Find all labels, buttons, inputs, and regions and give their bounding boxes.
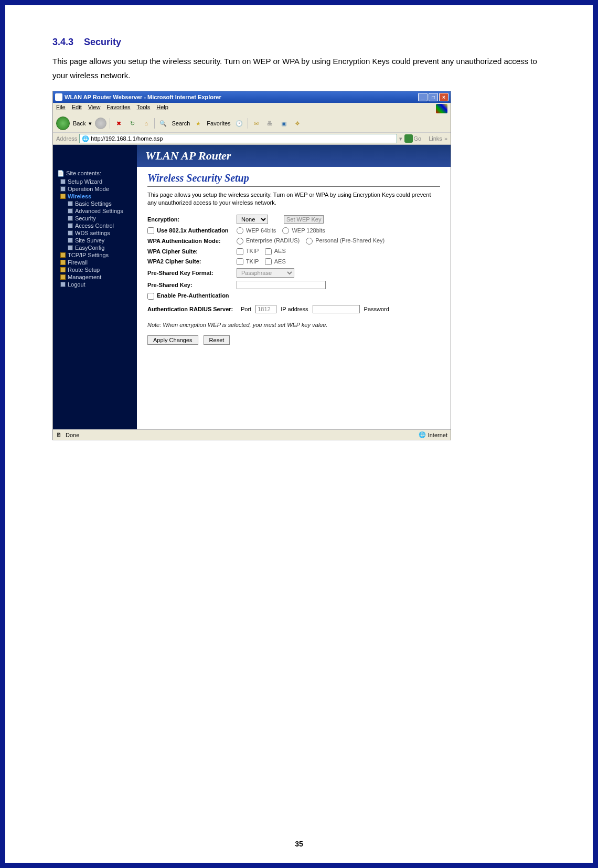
- minimize-button[interactable]: _: [418, 93, 428, 101]
- search-icon[interactable]: 🔍: [158, 118, 168, 129]
- menu-file[interactable]: File: [56, 104, 66, 113]
- radius-server-label: Authentication RADIUS Server:: [147, 306, 237, 312]
- page-icon: 🌐: [82, 135, 89, 142]
- sidebar-item-basic-settings[interactable]: Basic Settings: [55, 200, 135, 207]
- wep-note: Note: When encryption WEP is selected, y…: [147, 322, 440, 328]
- sidebar-item-operation-mode[interactable]: Operation Mode: [55, 185, 135, 193]
- personal-radio[interactable]: [306, 238, 313, 245]
- windows-logo-icon: [436, 104, 447, 113]
- favorites-label: Favorites: [207, 120, 230, 126]
- page-number: 35: [5, 840, 593, 848]
- wpa-cipher-label: WPA Cipher Suite:: [147, 248, 237, 255]
- address-label: Address: [56, 135, 77, 142]
- sidebar: 📄 Site contents: Setup Wizard Operation …: [53, 167, 137, 429]
- separator: [110, 118, 110, 129]
- sidebar-item-firewall[interactable]: Firewall: [55, 259, 135, 266]
- radius-port-label: Port: [241, 306, 251, 312]
- window-title: WLAN AP Router Webserver - Microsoft Int…: [65, 94, 417, 100]
- separator: [154, 118, 155, 129]
- status-done-text: Done: [66, 432, 79, 438]
- reset-button[interactable]: Reset: [204, 335, 230, 345]
- wpa2-aes-checkbox[interactable]: [265, 258, 272, 265]
- wep64-radio[interactable]: [237, 227, 243, 234]
- sidebar-item-easyconfig[interactable]: EasyConfig: [55, 244, 135, 251]
- wpa-auth-mode-label: WPA Authentication Mode:: [147, 238, 237, 244]
- panel-heading: Wireless Security Setup: [147, 172, 440, 187]
- forward-button[interactable]: [95, 118, 106, 129]
- router-header: WLAN AP Router: [137, 145, 451, 167]
- main-panel: Wireless Security Setup This page allows…: [137, 167, 451, 429]
- links-label[interactable]: Links: [429, 135, 442, 142]
- refresh-icon[interactable]: ↻: [127, 118, 137, 129]
- home-icon[interactable]: ⌂: [141, 118, 151, 129]
- address-dropdown-icon[interactable]: ▾: [399, 135, 402, 142]
- print-icon[interactable]: 🖶: [265, 118, 275, 129]
- go-label: Go: [414, 135, 422, 142]
- sidebar-item-wireless[interactable]: Wireless: [55, 193, 135, 200]
- menubar: File Edit View Favorites Tools Help: [53, 103, 451, 114]
- status-done-icon: 🗎: [56, 431, 63, 439]
- panel-description: This page allows you setup the wireless …: [147, 191, 440, 207]
- sidebar-item-security[interactable]: Security: [55, 215, 135, 222]
- ie-icon: [55, 93, 62, 101]
- sidebar-item-advanced-settings[interactable]: Advanced Settings: [55, 207, 135, 215]
- titlebar: WLAN AP Router Webserver - Microsoft Int…: [53, 91, 451, 103]
- stop-icon[interactable]: ✖: [113, 118, 124, 129]
- wpa-aes-checkbox[interactable]: [265, 248, 272, 255]
- menu-tools[interactable]: Tools: [137, 104, 151, 113]
- enterprise-radio[interactable]: [237, 238, 243, 245]
- favorites-icon[interactable]: ★: [193, 118, 204, 129]
- menu-help[interactable]: Help: [156, 104, 168, 113]
- sidebar-item-site-survey[interactable]: Site Survey: [55, 237, 135, 244]
- menu-view[interactable]: View: [88, 104, 101, 113]
- sidebar-title: 📄 Site contents:: [55, 170, 135, 177]
- links-chevron-icon[interactable]: »: [444, 135, 447, 142]
- status-bar: 🗎 Done 🌐 Internet: [53, 429, 451, 440]
- sidebar-item-access-control[interactable]: Access Control: [55, 222, 135, 229]
- toolbar: Back ▾ ✖ ↻ ⌂ 🔍 Search ★ Favorites 🕑 ✉ 🖶 …: [53, 114, 451, 133]
- psk-format-label: Pre-Shared Key Format:: [147, 270, 237, 276]
- mail-icon[interactable]: ✉: [251, 118, 262, 129]
- back-label: Back: [73, 120, 86, 126]
- address-input[interactable]: 🌐 http://192.168.1.1/home.asp: [79, 134, 397, 143]
- psk-label: Pre-Shared Key:: [147, 282, 237, 288]
- sidebar-item-setup-wizard[interactable]: Setup Wizard: [55, 178, 135, 185]
- history-icon[interactable]: 🕑: [234, 118, 244, 129]
- sidebar-item-tcpip[interactable]: TCP/IP Settings: [55, 251, 135, 259]
- preauth-label: Enable Pre-Authentication: [157, 292, 229, 299]
- radius-port-input[interactable]: [255, 305, 276, 313]
- wpa2-cipher-label: WPA2 Cipher Suite:: [147, 258, 237, 264]
- encryption-label: Encryption:: [147, 216, 237, 223]
- wpa-tkip-checkbox[interactable]: [237, 248, 243, 255]
- use-8021x-label: Use 802.1x Authentication: [157, 227, 229, 234]
- menu-edit[interactable]: Edit: [72, 104, 82, 113]
- radius-ip-label: IP address: [281, 306, 308, 312]
- psk-input[interactable]: [237, 281, 326, 289]
- go-arrow-icon: [404, 134, 413, 143]
- preauth-checkbox[interactable]: [147, 293, 154, 300]
- edit-icon[interactable]: ▣: [279, 118, 289, 129]
- radius-ip-input[interactable]: [313, 305, 360, 313]
- psk-format-select[interactable]: Passphrase: [237, 268, 294, 278]
- sidebar-item-management[interactable]: Management: [55, 273, 135, 281]
- maximize-button[interactable]: □: [429, 93, 438, 101]
- wpa2-tkip-checkbox[interactable]: [237, 258, 243, 265]
- discuss-icon[interactable]: ❖: [292, 118, 303, 129]
- search-label: Search: [172, 120, 190, 126]
- apply-button[interactable]: Apply Changes: [147, 335, 198, 345]
- sidebar-item-route-setup[interactable]: Route Setup: [55, 266, 135, 273]
- back-button[interactable]: [56, 117, 70, 130]
- sidebar-item-wds[interactable]: WDS settings: [55, 229, 135, 237]
- set-wep-button[interactable]: [284, 215, 324, 224]
- encryption-select[interactable]: None: [237, 215, 268, 224]
- menu-favorites[interactable]: Favorites: [106, 104, 130, 113]
- sidebar-item-logout[interactable]: Logout: [55, 281, 135, 288]
- use-8021x-checkbox[interactable]: [147, 227, 154, 234]
- wep128-radio[interactable]: [282, 227, 289, 234]
- heading-number: 3.4.3: [52, 37, 73, 47]
- separator: [248, 118, 248, 129]
- back-dropdown-icon[interactable]: ▾: [89, 120, 92, 127]
- go-button[interactable]: Go: [404, 134, 422, 143]
- close-button[interactable]: ×: [439, 93, 448, 101]
- url-text: http://192.168.1.1/home.asp: [91, 135, 163, 142]
